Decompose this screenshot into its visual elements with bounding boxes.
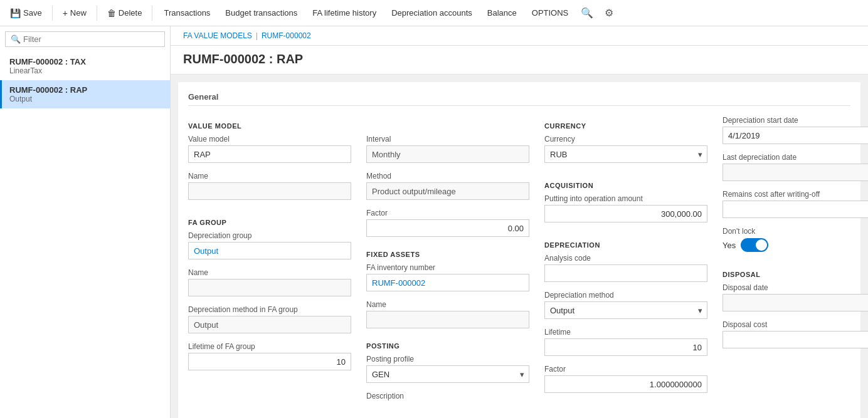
transactions-button[interactable]: Transactions [157,6,216,20]
depreciation-method-field: Depreciation method Output [544,291,707,319]
disposal-cost-label: Disposal cost [722,320,868,329]
lifetime-input[interactable] [544,338,707,356]
posting-profile-field: Posting profile GEN [366,355,529,383]
currency-section-header: CURRENCY [544,122,707,130]
putting-into-operation-input[interactable] [544,205,707,222]
sep1 [52,6,53,21]
name-input[interactable] [188,182,351,200]
save-button[interactable]: 💾 Save [5,6,47,21]
depreciation-accounts-button[interactable]: Depreciation accounts [385,6,479,20]
description-field: Description [366,392,529,402]
page-title: RUMF-000002 : RAP [171,46,868,75]
disposal-cost-field: Disposal cost [722,320,868,348]
factor-dep-input[interactable] [544,375,707,393]
fa-inventory-number-label: FA inventory number [366,263,529,272]
depreciation-start-date-input[interactable] [722,127,868,144]
sep2 [97,6,97,21]
fa-inventory-number-input[interactable] [366,274,529,291]
posting-profile-select-wrap: GEN [366,365,529,383]
factor-dep-label: Factor [544,365,707,374]
lifetime-of-fa-group-input[interactable] [188,353,351,370]
sidebar-item-tax-sub: LinearTax [9,66,162,75]
value-model-input[interactable] [188,145,351,163]
analysis-code-field: Analysis code [544,254,707,282]
sidebar-item-rap-sub: Output [9,95,162,103]
disposal-date-input[interactable] [722,294,868,311]
analysis-code-input[interactable] [544,264,707,282]
factor-dep-field: Factor [544,365,707,393]
plus-icon: + [63,8,68,18]
disposal-date-label: Disposal date [722,283,868,292]
fa-name-label: Name [366,300,529,309]
currency-label: Currency [544,135,707,144]
depreciation-group-label: Depreciation group [188,231,351,240]
col2: SPACE Interval Method Factor FIXED ASSET… [366,116,529,411]
budget-transactions-button[interactable]: Budget transactions [219,6,304,20]
filter-icon: 🔍 [11,34,21,44]
value-model-label: Value model [188,135,351,144]
breadcrumb-parent[interactable]: FA VALUE MODELS [183,31,252,40]
remains-cost-input[interactable] [722,201,868,218]
toolbar: 💾 Save + New 🗑 Delete Transactions Budge… [0,0,868,26]
currency-select[interactable]: RUB [544,145,707,163]
name-field: Name [188,172,351,200]
factor-label: Factor [366,209,529,217]
fa-name-field: Name [366,300,529,328]
settings-icon[interactable]: ⚙ [600,4,618,21]
last-depreciation-date-label: Last depreciation date [722,153,868,162]
depreciation-method-select-wrap: Output [544,301,707,319]
remains-cost-field: Remains cost after writing-off [722,190,868,218]
posting-profile-select[interactable]: GEN [366,365,529,383]
currency-field: Currency RUB [544,135,707,163]
disposal-cost-input[interactable] [722,331,868,348]
dont-lock-toggle[interactable] [741,238,768,252]
factor-input[interactable] [366,219,529,237]
description-label: Description [366,392,529,400]
depreciation-group-input[interactable] [188,242,351,259]
filter-input[interactable] [23,34,159,44]
putting-into-operation-field: Putting into operation amount [544,194,707,222]
factor-field: Factor [366,209,529,237]
lifetime-of-fa-group-label: Lifetime of FA group [188,342,351,351]
analysis-code-label: Analysis code [544,254,707,263]
depreciation-method-in-fa-group-input[interactable] [188,316,351,333]
col3: CURRENCY Currency RUB ACQUISITION Puttin… [544,116,707,411]
last-depreciation-date-input[interactable] [722,164,868,181]
fa-name-input[interactable] [366,311,529,328]
fa-inventory-number-field: FA inventory number [366,263,529,291]
remains-cost-label: Remains cost after writing-off [722,190,868,199]
last-depreciation-date-field: Last depreciation date [722,153,868,181]
breadcrumb-current: RUMF-000002 [262,31,311,40]
interval-label: Interval [366,135,529,144]
value-model-field: Value model [188,135,351,163]
sidebar-item-tax[interactable]: RUMF-000002 : TAX LinearTax [0,52,170,80]
value-model-section-header: VALUE MODEL [188,122,351,130]
filter-input-wrap: 🔍 [5,31,165,47]
balance-button[interactable]: Balance [481,6,523,20]
search-icon[interactable]: 🔍 [577,4,597,21]
depreciation-method-select[interactable]: Output [544,301,707,319]
interval-input [366,145,529,163]
breadcrumb: FA VALUE MODELS | RUMF-000002 [171,26,868,46]
fa-group-name-input[interactable] [188,279,351,296]
posting-profile-label: Posting profile [366,355,529,363]
sidebar: 🔍 RUMF-000002 : TAX LinearTax RUMF-00000… [0,26,171,418]
form-area: General VALUE MODEL Value model Name FA … [178,82,860,418]
sidebar-item-rap[interactable]: RUMF-000002 : RAP Output [0,80,170,108]
new-button[interactable]: + New [58,6,92,21]
sep3 [152,6,152,21]
col1: VALUE MODEL Value model Name FA GROUP De… [188,116,351,411]
lifetime-label: Lifetime [544,328,707,337]
delete-button[interactable]: 🗑 Delete [102,6,147,21]
form-grid: VALUE MODEL Value model Name FA GROUP De… [188,116,850,411]
toggle-row: Yes [722,238,868,252]
depreciation-method-in-fa-group-label: Depreciation method in FA group [188,305,351,314]
fa-lifetime-history-button[interactable]: FA lifetime history [306,6,383,20]
options-button[interactable]: OPTIONS [526,6,575,20]
method-input [366,182,529,200]
depreciation-method-in-fa-group-field: Depreciation method in FA group [188,305,351,333]
fixed-assets-section-header: FIXED ASSETS [366,251,529,258]
interval-field: Interval [366,135,529,163]
general-section-title: General [188,92,850,106]
breadcrumb-separator: | [256,31,258,40]
